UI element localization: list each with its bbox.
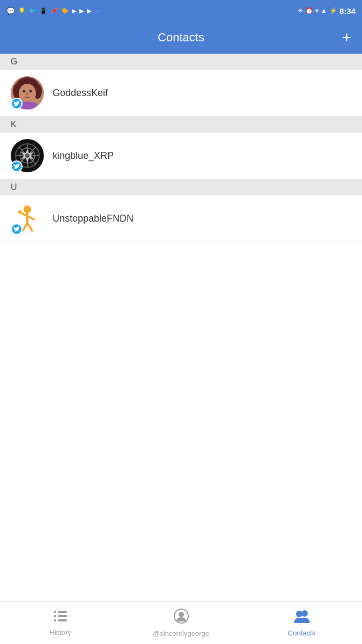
twitter-bird-icon [13,101,20,106]
profile-icon [174,609,189,627]
contact-name-unstoppable: UnstoppableFNDN [53,213,134,224]
more-icon: ··· [94,8,99,14]
youtube3-icon: ▶ [87,8,91,14]
history-list-icon [53,610,68,623]
svg-point-6 [29,90,32,93]
svg-rect-30 [54,619,56,621]
svg-point-35 [296,611,302,617]
bottom-nav: History @sincerelygeorge Contacts [0,601,362,644]
pinterest-icon: 📌 [50,8,58,14]
alarm-icon: ⏰ [305,7,313,14]
svg-point-19 [24,206,31,213]
youtube2-icon: ▶ [79,8,84,14]
section-header-g: G [0,54,362,70]
svg-rect-28 [54,615,56,617]
contact-item-kingblue[interactable]: kingblue_XRP [0,133,362,179]
twitter-badge-goddesskeif [11,98,23,109]
time-display: 8:34 [339,6,356,16]
history-icon [53,610,68,626]
whatsapp-icon: 📱 [40,8,47,14]
battery-icon: ⚡ [329,7,337,14]
svg-rect-31 [58,619,67,621]
section-header-k: K [0,116,362,133]
profile-label: @sincerelygeorge [153,630,209,638]
contact-name-kingblue: kingblue_XRP [53,150,114,162]
svg-point-17 [25,153,29,158]
bluetooth-icon: ✳ [298,7,303,14]
avatar-goddesskeif [11,76,44,109]
contact-name-goddesskeif: GoddessKeif [53,87,108,99]
add-contact-button[interactable]: + [332,30,351,46]
contacts-icon [293,609,311,627]
status-icons-right: ✳ ⏰ ▾ ▲ ⚡ 8:34 [298,6,356,16]
nav-item-contacts[interactable]: Contacts [241,609,362,637]
wifi-icon: ▾ [315,7,319,14]
swift-icon: 🐦 [29,8,36,14]
twitter-bird-icon2 [13,164,20,169]
svg-rect-27 [58,611,67,613]
avatar-kingblue [11,139,44,172]
nav-item-profile[interactable]: @sincerelygeorge [121,609,241,638]
contacts-label: Contacts [288,629,315,637]
message-icon: 💬 [6,7,15,15]
youtube-icon: ▶ [72,8,76,14]
svg-point-25 [18,210,21,214]
svg-point-5 [23,90,26,93]
svg-rect-26 [54,611,56,613]
status-bar: 💬 💡 🐦 📱 📌 🐤 ▶ ▶ ▶ ··· ✳ ⏰ ▾ ▲ ⚡ 8:34 [0,0,362,21]
svg-point-7 [26,93,28,95]
history-label: History [49,628,71,636]
twitter-icon: 🐤 [61,8,69,14]
header: Contacts + [0,21,362,54]
contacts-group-icon [293,609,311,623]
svg-rect-29 [58,615,67,617]
twitter-badge-kingblue [11,160,23,172]
avatar-unstoppable [11,202,44,235]
contact-item-goddesskeif[interactable]: GoddessKeif [0,70,362,116]
contact-item-unstoppable[interactable]: UnstoppableFNDN [0,195,362,242]
status-icons-left: 💬 💡 🐦 📱 📌 🐤 ▶ ▶ ▶ ··· [6,7,99,15]
svg-point-33 [179,612,184,617]
twitter-badge-unstoppable [11,223,23,235]
lightbulb-icon: 💡 [18,8,26,14]
user-circle-icon [174,609,189,624]
page-title: Contacts [30,31,332,45]
nav-item-history[interactable]: History [0,610,121,636]
twitter-bird-icon3 [13,226,20,232]
section-header-u: U [0,179,362,195]
signal-icon: ▲ [321,7,327,14]
